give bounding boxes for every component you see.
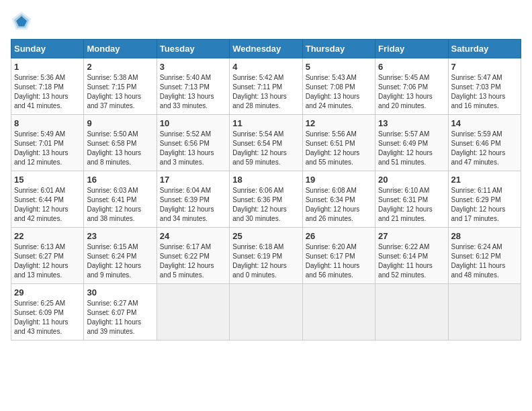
day-number: 23 [87,231,153,241]
day-info: Sunrise: 6:01 AM Sunset: 6:44 PM Dayligh… [14,186,81,224]
day-info: Sunrise: 5:54 AM Sunset: 6:54 PM Dayligh… [232,130,299,167]
day-info: Sunrise: 5:56 AM Sunset: 6:51 PM Dayligh… [306,130,372,167]
day-info: Sunrise: 6:13 AM Sunset: 6:27 PM Dayligh… [14,242,81,280]
calendar-cell: 29Sunrise: 6:25 AM Sunset: 6:09 PM Dayli… [11,284,84,340]
calendar-cell: 9Sunrise: 5:50 AM Sunset: 6:58 PM Daylig… [84,115,157,171]
calendar-cell: 15Sunrise: 6:01 AM Sunset: 6:44 PM Dayli… [11,171,84,228]
calendar-cell: 28Sunrise: 6:24 AM Sunset: 6:12 PM Dayli… [448,228,521,284]
day-number: 28 [451,231,518,241]
day-info: Sunrise: 5:52 AM Sunset: 6:56 PM Dayligh… [160,130,226,167]
day-number: 14 [451,118,518,128]
calendar-week-1: 1Sunrise: 5:36 AM Sunset: 7:18 PM Daylig… [11,58,521,115]
calendar-cell: 25Sunrise: 6:18 AM Sunset: 6:19 PM Dayli… [230,228,302,284]
day-number: 22 [14,231,81,241]
calendar-header-row: SundayMondayTuesdayWednesdayThursdayFrid… [11,40,521,58]
day-number: 21 [451,175,518,185]
calendar-cell: 4Sunrise: 5:42 AM Sunset: 7:11 PM Daylig… [230,58,302,115]
day-info: Sunrise: 6:18 AM Sunset: 6:19 PM Dayligh… [232,242,299,280]
day-number: 17 [160,175,226,185]
day-number: 19 [306,175,372,185]
calendar-cell [302,284,375,340]
day-number: 15 [14,175,81,185]
day-info: Sunrise: 6:15 AM Sunset: 6:24 PM Dayligh… [87,242,153,280]
calendar-cell: 12Sunrise: 5:56 AM Sunset: 6:51 PM Dayli… [302,115,375,171]
day-number: 24 [160,231,226,241]
day-number: 2 [87,62,153,72]
day-number: 26 [306,231,372,241]
calendar-cell: 8Sunrise: 5:49 AM Sunset: 7:01 PM Daylig… [11,115,84,171]
day-info: Sunrise: 5:50 AM Sunset: 6:58 PM Dayligh… [87,130,153,167]
column-header-saturday: Saturday [448,40,521,58]
day-number: 8 [14,118,81,128]
day-number: 16 [87,175,153,185]
day-number: 10 [160,118,226,128]
day-info: Sunrise: 5:40 AM Sunset: 7:13 PM Dayligh… [160,73,226,111]
day-info: Sunrise: 5:38 AM Sunset: 7:15 PM Dayligh… [87,73,153,111]
column-header-thursday: Thursday [302,40,375,58]
calendar-cell: 18Sunrise: 6:06 AM Sunset: 6:36 PM Dayli… [230,171,302,228]
calendar-cell [375,284,448,340]
calendar-cell: 24Sunrise: 6:17 AM Sunset: 6:22 PM Dayli… [157,228,229,284]
day-number: 12 [306,118,372,128]
column-header-sunday: Sunday [11,40,84,58]
calendar-cell: 22Sunrise: 6:13 AM Sunset: 6:27 PM Dayli… [11,228,84,284]
column-header-tuesday: Tuesday [157,40,229,58]
calendar-cell: 1Sunrise: 5:36 AM Sunset: 7:18 PM Daylig… [11,58,84,115]
day-number: 13 [378,118,445,128]
calendar-cell: 17Sunrise: 6:04 AM Sunset: 6:39 PM Dayli… [157,171,229,228]
column-header-friday: Friday [375,40,448,58]
general-blue-icon [11,11,32,32]
day-info: Sunrise: 6:04 AM Sunset: 6:39 PM Dayligh… [160,186,226,224]
calendar-cell: 11Sunrise: 5:54 AM Sunset: 6:54 PM Dayli… [230,115,302,171]
day-info: Sunrise: 6:20 AM Sunset: 6:17 PM Dayligh… [306,242,372,280]
day-number: 1 [14,62,81,72]
day-info: Sunrise: 5:59 AM Sunset: 6:46 PM Dayligh… [451,130,518,167]
day-info: Sunrise: 6:11 AM Sunset: 6:29 PM Dayligh… [451,186,518,224]
calendar-cell: 3Sunrise: 5:40 AM Sunset: 7:13 PM Daylig… [157,58,229,115]
day-number: 27 [378,231,445,241]
calendar-cell: 10Sunrise: 5:52 AM Sunset: 6:56 PM Dayli… [157,115,229,171]
calendar-cell: 23Sunrise: 6:15 AM Sunset: 6:24 PM Dayli… [84,228,157,284]
day-info: Sunrise: 6:08 AM Sunset: 6:34 PM Dayligh… [306,186,372,224]
day-number: 5 [306,62,372,72]
calendar-cell: 27Sunrise: 6:22 AM Sunset: 6:14 PM Dayli… [375,228,448,284]
calendar-week-3: 15Sunrise: 6:01 AM Sunset: 6:44 PM Dayli… [11,171,521,228]
day-info: Sunrise: 6:06 AM Sunset: 6:36 PM Dayligh… [232,186,299,224]
calendar-cell: 13Sunrise: 5:57 AM Sunset: 6:49 PM Dayli… [375,115,448,171]
calendar-cell: 7Sunrise: 5:47 AM Sunset: 7:03 PM Daylig… [448,58,521,115]
day-info: Sunrise: 5:47 AM Sunset: 7:03 PM Dayligh… [451,73,518,111]
day-number: 3 [160,62,226,72]
day-info: Sunrise: 6:03 AM Sunset: 6:41 PM Dayligh… [87,186,153,224]
day-info: Sunrise: 6:17 AM Sunset: 6:22 PM Dayligh… [160,242,226,280]
day-number: 18 [232,175,299,185]
column-header-monday: Monday [84,40,157,58]
calendar-cell: 6Sunrise: 5:45 AM Sunset: 7:06 PM Daylig… [375,58,448,115]
calendar-cell: 21Sunrise: 6:11 AM Sunset: 6:29 PM Dayli… [448,171,521,228]
calendar-cell: 19Sunrise: 6:08 AM Sunset: 6:34 PM Dayli… [302,171,375,228]
calendar-cell [230,284,302,340]
day-number: 20 [378,175,445,185]
day-number: 7 [451,62,518,72]
calendar-cell: 30Sunrise: 6:27 AM Sunset: 6:07 PM Dayli… [84,284,157,340]
day-number: 25 [232,231,299,241]
day-number: 9 [87,118,153,128]
day-number: 11 [232,118,299,128]
day-number: 6 [378,62,445,72]
calendar-cell: 16Sunrise: 6:03 AM Sunset: 6:41 PM Dayli… [84,171,157,228]
day-info: Sunrise: 5:42 AM Sunset: 7:11 PM Dayligh… [232,73,299,111]
calendar-week-4: 22Sunrise: 6:13 AM Sunset: 6:27 PM Dayli… [11,228,521,284]
calendar-cell [448,284,521,340]
day-info: Sunrise: 6:22 AM Sunset: 6:14 PM Dayligh… [378,242,445,280]
column-header-wednesday: Wednesday [230,40,302,58]
calendar-cell [157,284,229,340]
calendar-week-2: 8Sunrise: 5:49 AM Sunset: 7:01 PM Daylig… [11,115,521,171]
day-number: 4 [232,62,299,72]
calendar-cell: 2Sunrise: 5:38 AM Sunset: 7:15 PM Daylig… [84,58,157,115]
day-info: Sunrise: 6:10 AM Sunset: 6:31 PM Dayligh… [378,186,445,224]
page-header [11,11,521,32]
day-info: Sunrise: 5:36 AM Sunset: 7:18 PM Dayligh… [14,73,81,111]
day-info: Sunrise: 6:27 AM Sunset: 6:07 PM Dayligh… [87,299,153,336]
calendar-cell: 20Sunrise: 6:10 AM Sunset: 6:31 PM Dayli… [375,171,448,228]
logo [11,11,32,32]
day-info: Sunrise: 6:24 AM Sunset: 6:12 PM Dayligh… [451,242,518,280]
